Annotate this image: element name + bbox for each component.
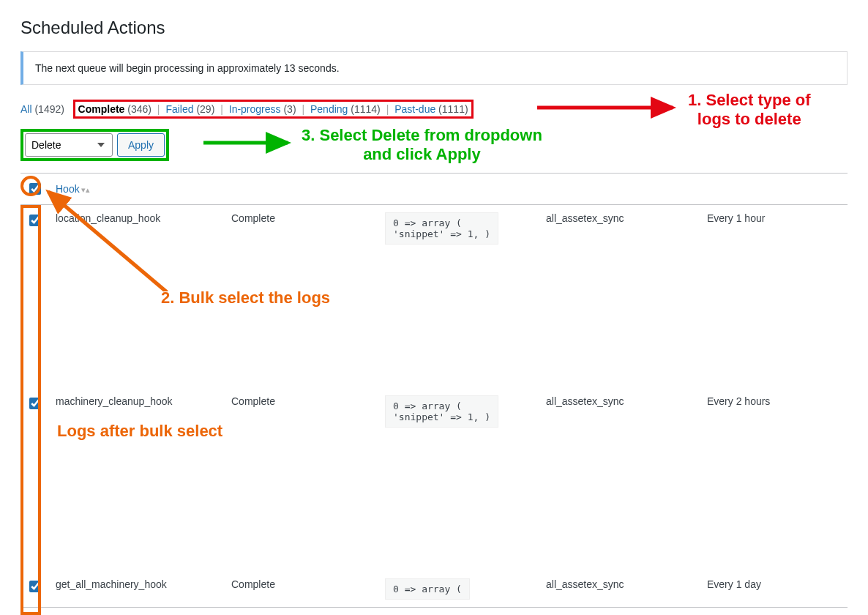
column-hook[interactable]: Hook▾▴ (56, 183, 90, 195)
filter-complete[interactable]: Complete (78, 103, 125, 115)
filter-inprogress[interactable]: In-progress (229, 103, 281, 115)
table-row: machinery_cleanup_hook Complete 0 => arr… (20, 388, 848, 571)
filter-pending[interactable]: Pending (310, 103, 348, 115)
row-group: all_assetex_sync (540, 205, 701, 388)
column-recurrence (701, 174, 848, 205)
filter-pending-count: (1114) (351, 103, 380, 115)
select-all-checkbox[interactable] (29, 183, 41, 195)
filter-pastdue[interactable]: Past-due (394, 103, 435, 115)
row-status: Complete (225, 388, 379, 571)
row-recurrence: Every 1 day (701, 571, 848, 608)
row-recurrence: Every 2 hours (701, 388, 848, 571)
apply-button[interactable]: Apply (117, 133, 165, 157)
row-checkbox[interactable] (29, 398, 41, 409)
filter-inprogress-count: (3) (283, 103, 296, 115)
row-checkbox[interactable] (29, 215, 41, 226)
row-args: 0 => array ('snippet' => 1, ) (385, 212, 498, 245)
status-filters: All (1492) Complete (346) | Failed (29) … (20, 100, 848, 119)
annotation-step3: 3. Select Delete from dropdown and click… (302, 126, 542, 164)
sort-icon: ▾▴ (81, 185, 90, 194)
filter-all[interactable]: All (20, 103, 32, 115)
row-status: Complete (225, 205, 379, 388)
actions-table: Hook▾▴ location_cleanup_hook Complete 0 … (20, 173, 848, 608)
row-status: Complete (225, 571, 379, 608)
bulk-actions: Delete Apply 3. Select Delete from dropd… (20, 129, 848, 161)
filter-all-count: (1492) (34, 103, 64, 115)
filter-failed-count: (29) (196, 103, 214, 115)
column-group (540, 174, 701, 205)
row-hook: get_all_machinery_hook (50, 571, 225, 608)
filter-pastdue-count: (1111) (438, 103, 468, 115)
page-title: Scheduled Actions (20, 18, 848, 38)
table-row: location_cleanup_hook Complete 0 => arra… (20, 205, 848, 388)
annotation-step1: 1. Select type of logs to delete (688, 91, 811, 129)
bulk-action-select[interactable]: Delete (25, 133, 113, 157)
row-group: all_assetex_sync (540, 388, 701, 571)
row-checkbox[interactable] (29, 581, 41, 592)
row-recurrence: Every 1 hour (701, 205, 848, 388)
row-args: 0 => array ( (385, 578, 470, 600)
filter-complete-count: (346) (127, 103, 151, 115)
queue-notice: The next queue will begin processing in … (20, 51, 848, 85)
row-args: 0 => array ('snippet' => 1, ) (385, 395, 498, 428)
row-group: all_assetex_sync (540, 571, 701, 608)
filter-highlight-box: Complete (346) | Failed (29) | In-progre… (73, 100, 474, 119)
bulk-highlight-box: Delete Apply (20, 129, 169, 161)
table-row: get_all_machinery_hook Complete 0 => arr… (20, 571, 848, 608)
column-status (225, 174, 379, 205)
column-args (379, 174, 540, 205)
row-hook: location_cleanup_hook (50, 205, 225, 388)
row-hook: machinery_cleanup_hook (50, 388, 225, 571)
filter-failed[interactable]: Failed (165, 103, 193, 115)
